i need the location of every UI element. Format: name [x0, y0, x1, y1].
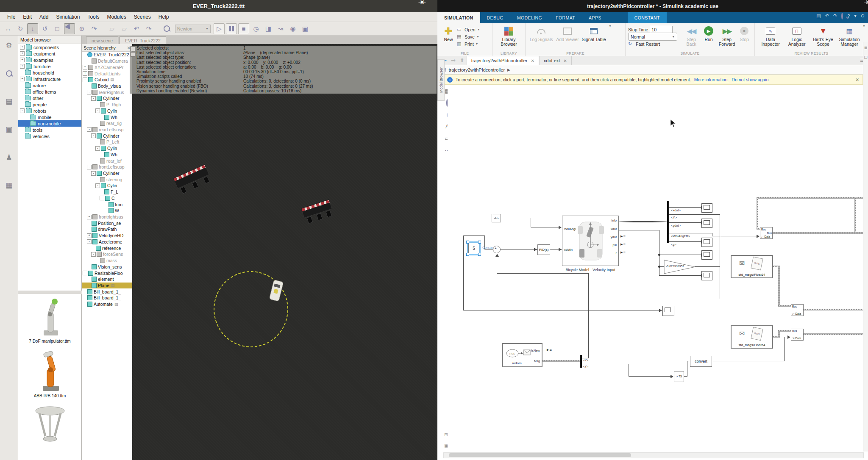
scene-tree-item[interactable]: - Accelerome — [82, 239, 132, 245]
scope-block[interactable] — [701, 271, 712, 280]
scope-block[interactable] — [701, 203, 712, 213]
menu-item[interactable]: Help — [155, 13, 173, 21]
transfer-icon[interactable]: ▱ — [119, 23, 130, 34]
dynamics-settings-icon[interactable] — [161, 23, 172, 34]
expand-toggle-icon[interactable] — [20, 134, 24, 138]
assemble-icon[interactable]: ▱ — [106, 23, 117, 34]
new-button[interactable]: ✚ New — [440, 25, 457, 42]
scene-tree-item[interactable]: - Cylinder — [82, 95, 132, 102]
expand-toggle-icon[interactable] — [83, 302, 86, 306]
menu-item[interactable]: Tools — [83, 13, 103, 21]
expand-toggle-icon[interactable]: - — [91, 252, 96, 257]
expand-toggle-icon[interactable] — [95, 140, 99, 144]
expand-toggle-icon[interactable] — [20, 90, 24, 94]
expand-toggle-icon[interactable] — [104, 202, 108, 206]
scene-tree-item[interactable]: - rearLeftsusp — [82, 127, 132, 133]
scene-tree-item[interactable]: mass — [82, 258, 132, 264]
model-folder-item[interactable]: non-mobile — [18, 120, 81, 127]
birdseye-scope-button[interactable]: ▼ Bird's-Eye Scope — [810, 25, 836, 47]
expand-toggle-icon[interactable] — [95, 122, 99, 125]
model-folder-item[interactable]: + examples — [18, 57, 81, 63]
step-back-button[interactable]: ◀◀ Step Back — [682, 25, 700, 47]
expand-toggle-icon[interactable] — [87, 283, 91, 287]
close-icon[interactable]: ✕ — [855, 77, 859, 82]
out-bus-element-icon[interactable]: ▶≡ — [620, 242, 628, 247]
expand-toggle-icon[interactable] — [100, 190, 103, 194]
expand-toggle-icon[interactable] — [91, 246, 95, 250]
ribbon-tab[interactable]: CONSTANT — [628, 12, 667, 23]
data-type-conversion-block[interactable]: convert — [690, 356, 712, 367]
expand-toggle-icon[interactable] — [20, 128, 24, 132]
scene-tree-item[interactable]: Plane — [82, 283, 132, 289]
scene-tree-item[interactable]: P_Left — [82, 139, 132, 145]
dropdown-icon[interactable]: ▾ — [854, 13, 857, 19]
logic-analyzer-button[interactable]: ⊓ Logic Analyzer — [784, 25, 810, 47]
expand-toggle-icon[interactable] — [20, 96, 24, 100]
open-button[interactable]: ▭Open▼ — [457, 26, 480, 33]
signal-table-button[interactable]: Signal Table — [581, 25, 607, 42]
scene-tree-item[interactable]: F_L — [82, 189, 132, 195]
model-thumbnail[interactable]: ABB IRB 140.ttm — [18, 349, 81, 398]
close-icon[interactable]: ✕ — [563, 58, 567, 63]
bus-selector-block[interactable] — [580, 355, 582, 368]
expand-toggle-icon[interactable]: - — [95, 183, 100, 188]
undo-icon[interactable]: ↶ — [825, 13, 829, 19]
truck-object[interactable] — [173, 164, 214, 200]
model-folder-item[interactable]: + components — [18, 44, 81, 50]
dismiss-link[interactable]: Do not show again — [732, 77, 768, 82]
step-forward-button[interactable]: ▶▶ Step Forward — [717, 25, 737, 47]
object-translate-icon[interactable]: ⊕ — [76, 23, 87, 34]
realtime-icon[interactable]: ◷ — [250, 23, 262, 34]
gallery-expand-icon[interactable]: ▼ — [609, 25, 612, 28]
expand-toggle-icon[interactable] — [20, 71, 24, 75]
pause-simulation-icon[interactable] — [226, 23, 237, 34]
scrollbar-thumb[interactable] — [449, 453, 631, 457]
expand-toggle-icon[interactable] — [87, 221, 91, 225]
scene-tree-item[interactable]: - Cylin — [82, 145, 132, 152]
list-icon[interactable]: ▦ — [3, 180, 14, 191]
compare-block[interactable]: > 75 — [674, 371, 684, 382]
model-folder-item[interactable]: tools — [18, 127, 81, 133]
expand-toggle-icon[interactable] — [87, 277, 91, 281]
expand-toggle-icon[interactable]: - — [20, 108, 25, 113]
truck-object[interactable] — [301, 199, 336, 228]
scope-block[interactable] — [701, 219, 712, 228]
gallery-expand-icon[interactable]: ▼ — [862, 25, 865, 28]
expand-toggle-icon[interactable]: - — [91, 96, 96, 101]
expand-toggle-icon[interactable] — [87, 227, 91, 231]
scope-block[interactable] — [701, 250, 712, 260]
scene-tree-item[interactable]: EVER_Truck2222 (s — [82, 52, 132, 58]
breadcrumb-item[interactable]: trajectory2withPIdcontroller — [448, 67, 505, 72]
expand-toggle-icon[interactable]: + — [20, 77, 25, 81]
engine-dropdown[interactable]: Newton▼ — [175, 25, 211, 33]
redo-icon[interactable]: ↷ — [833, 13, 837, 19]
simulation-mode-dropdown[interactable]: Normal▼ — [628, 33, 677, 41]
save-icon[interactable]: ▤ — [816, 13, 821, 19]
scene-tree-item[interactable]: - forceSens — [82, 251, 132, 258]
redo-icon[interactable]: ↷ — [143, 23, 154, 34]
scene-tree-item[interactable]: - Cylinder — [82, 170, 132, 177]
expand-toggle-icon[interactable] — [83, 53, 86, 57]
scene-tree-item[interactable]: Bill_board_1_ — [82, 295, 132, 301]
expand-toggle-icon[interactable]: - — [95, 146, 100, 151]
scene-tree-item[interactable]: rear_lef — [82, 158, 132, 164]
simulink-titlebar[interactable]: trajectory2withPidcontroller * - Simulin… — [437, 0, 868, 12]
document-tab[interactable]: trajectory2withPIdcontroller✕ — [467, 56, 539, 65]
layers-icon[interactable]: ▣ — [300, 23, 311, 34]
scene-tree-item[interactable]: W — [82, 208, 132, 214]
expand-toggle-icon[interactable] — [20, 83, 24, 87]
panel-icon[interactable]: ▢ — [864, 55, 868, 59]
property-inspector-icon[interactable]: ≣ — [864, 46, 868, 50]
constant-block-selected[interactable]: 5 — [468, 243, 479, 254]
expand-toggle-icon[interactable] — [87, 84, 91, 88]
expand-toggle-icon[interactable] — [25, 122, 29, 125]
account-icon[interactable]: ⊙ — [861, 13, 865, 19]
expand-toggle-icon[interactable]: - — [91, 133, 96, 138]
robot-icon[interactable]: ♟ — [3, 152, 14, 163]
data-inspector-button[interactable]: ∿ Data Inspector — [757, 25, 784, 47]
vehicle-icon[interactable]: ◨ — [263, 23, 274, 34]
expand-toggle-icon[interactable] — [83, 296, 86, 300]
expand-toggle-icon[interactable]: + — [20, 58, 25, 62]
scene-tree-item[interactable]: DefaultCamera — [82, 58, 132, 64]
run-button[interactable]: ▶ Run — [700, 25, 717, 42]
